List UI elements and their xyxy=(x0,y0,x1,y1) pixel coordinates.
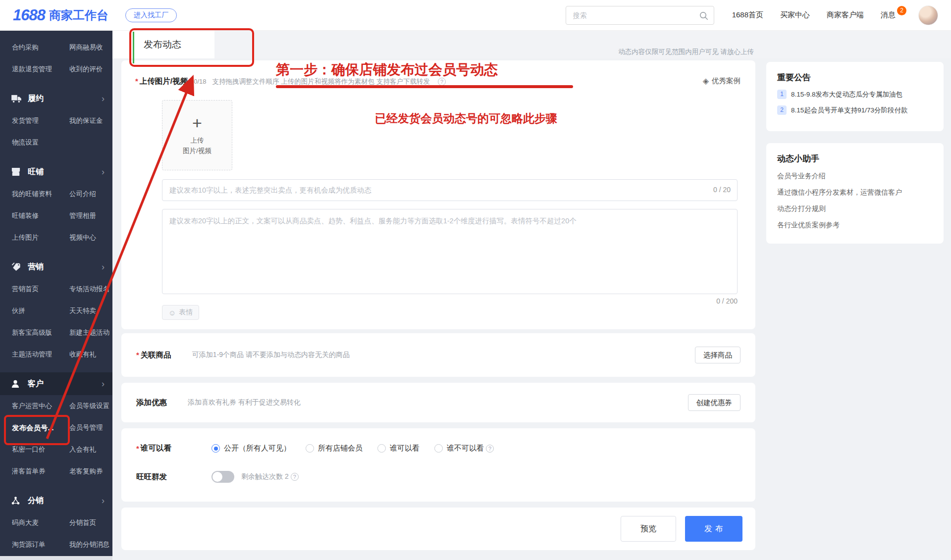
top-header: 1688 商家工作台 进入找工厂 1688首页 买家中心 商家客户端 消息 2 xyxy=(0,0,951,31)
search-icon[interactable] xyxy=(699,11,708,22)
related-products-hint: 可添加1-9个商品 请不要添加与动态内容无关的商品 xyxy=(192,351,350,359)
sidebar-row: 客户运营中心 会员等级设置 xyxy=(0,395,112,417)
sidebar-item-company-intro[interactable]: 公司介绍 xyxy=(69,190,112,199)
sidebar-item-shipping-management[interactable]: 发货管理 xyxy=(12,116,69,125)
sidebar-item-marketing-home[interactable]: 营销首页 xyxy=(12,285,69,294)
broadcast-row: 旺旺群发 剩余触达次数 2? xyxy=(136,471,299,483)
announcement-text: 8.15-9.8发布大促动态瓜分专属加油包 xyxy=(791,90,902,99)
assistant-link-member-intro[interactable]: 会员号业务介绍 xyxy=(777,172,933,181)
nav-messages[interactable]: 消息 2 xyxy=(881,10,896,20)
sidebar-item-taohuoyuan-orders[interactable]: 淘货源订单 xyxy=(12,540,69,549)
sidebar-item-logistics-settings[interactable]: 物流设置 xyxy=(12,138,69,147)
sidebar-section-distribution[interactable]: 分销 › xyxy=(0,489,112,512)
preview-button[interactable]: 预览 xyxy=(621,516,676,542)
sidebar-item-received-reviews[interactable]: 收到的评价 xyxy=(69,65,112,74)
sidebar-item-wangshang-finance[interactable]: 网商融易收 xyxy=(69,43,112,52)
publish-button[interactable]: 发布 xyxy=(685,516,742,542)
sidebar-scrollbar[interactable] xyxy=(0,556,112,560)
sidebar-section-customers[interactable]: 客户 › xyxy=(0,372,112,395)
logo-1688[interactable]: 1688 xyxy=(13,6,45,24)
sidebar-item-repeat-customer-coupon[interactable]: 老客复购券 xyxy=(69,467,112,476)
upload-hint: 支持拖拽调整文件顺序 上传的图片和视频将作为素材包 支持客户下载转发 xyxy=(212,77,430,86)
sidebar-item-my-distribution-messages[interactable]: 我的分销消息 xyxy=(69,540,112,549)
sidebar-item-upload-images[interactable]: 上传图片 xyxy=(12,233,69,242)
sidebar-item-my-deposit[interactable]: 我的保证金 xyxy=(69,116,112,125)
sidebar-row: 营销首页 专场活动报名 xyxy=(0,278,112,300)
sidebar-item-album-management[interactable]: 管理相册 xyxy=(69,211,112,220)
add-coupon-hint: 添加喜欢有礼券 有利于促进交易转化 xyxy=(188,398,301,407)
sidebar-item-shop-decoration[interactable]: 旺铺装修 xyxy=(12,211,69,220)
sidebar-row: 发货管理 我的保证金 xyxy=(0,110,112,132)
sidebar-item-private-price[interactable]: 私密一口价 xyxy=(12,445,69,454)
page-title: 发布动态 xyxy=(144,38,181,51)
chevron-right-icon: › xyxy=(102,94,105,104)
network-icon xyxy=(11,496,22,505)
radio-all-shop-members[interactable]: 所有店铺会员 xyxy=(306,444,363,453)
help-icon[interactable]: ? xyxy=(438,78,446,86)
nav-merchant-client[interactable]: 商家客户端 xyxy=(827,10,864,20)
main-content: 发布动态 动态内容仅限可见范围内用户可见 请放心上传 *上传图片/视频 0/18… xyxy=(112,31,951,560)
title-char-counter: 0 / 20 xyxy=(713,186,731,194)
sidebar-item-member-account-management[interactable]: 会员号管理 xyxy=(69,423,112,432)
sidebar-item-customer-operation-center[interactable]: 客户运营中心 xyxy=(12,402,69,410)
create-coupon-button[interactable]: 创建优惠券 xyxy=(688,394,741,411)
sidebar-item-huopin[interactable]: 伙拼 xyxy=(12,306,69,315)
visibility-label: *谁可以看 xyxy=(136,443,211,454)
sidebar-row: 物流设置 xyxy=(0,132,112,153)
announcement-item[interactable]: 1 8.15-9.8发布大促动态瓜分专属加油包 xyxy=(777,90,933,99)
radio-label: 所有店铺会员 xyxy=(318,444,363,453)
help-icon[interactable]: ? xyxy=(291,473,299,481)
assistant-link-industry-cases[interactable]: 各行业优质案例参考 xyxy=(777,221,933,230)
excellent-cases-link[interactable]: ◈ 优秀案例 xyxy=(703,76,740,86)
radio-label: 公开（所有人可见） xyxy=(224,444,291,453)
sidebar-item-join-gift[interactable]: 入会有礼 xyxy=(69,445,112,454)
sidebar-item-xinkebao-premium[interactable]: 新客宝高级版 xyxy=(12,328,69,337)
assistant-link-wechat-distribute[interactable]: 通过微信小程序分发素材，运营微信客户 xyxy=(777,188,933,197)
sidebar-row: 码商大麦 分销首页 xyxy=(0,512,112,534)
sidebar-item-member-level-settings[interactable]: 会员等级设置 xyxy=(69,402,112,410)
nav-1688-home[interactable]: 1688首页 xyxy=(732,10,763,20)
search-input[interactable] xyxy=(566,6,714,25)
wangwang-broadcast-toggle[interactable] xyxy=(211,471,234,483)
message-count-badge: 2 xyxy=(897,6,906,15)
sidebar-row: 主题活动管理 收藏有礼 xyxy=(0,344,112,365)
sidebar-row: 上传图片 视频中心 xyxy=(0,227,112,249)
sidebar-row: 旺铺装修 管理相册 xyxy=(0,205,112,227)
sidebar-item-daily-deals[interactable]: 天天特卖 xyxy=(69,306,112,315)
assistant-panel: 动态小助手 会员号业务介绍 通过微信小程序分发素材，运营微信客户 动态分打分规则… xyxy=(766,143,944,244)
sidebar-item-mashang-damai[interactable]: 码商大麦 xyxy=(12,518,69,527)
sidebar-item-refund-management[interactable]: 退款退货管理 xyxy=(12,65,69,74)
radio-public[interactable]: 公开（所有人可见） xyxy=(211,444,291,453)
nav-buyer-center[interactable]: 买家中心 xyxy=(780,10,810,20)
sidebar-section-label: 旺铺 xyxy=(28,167,44,177)
radio-who-can-see[interactable]: 谁可以看 xyxy=(377,444,420,453)
sidebar-item-prospect-first-order-coupon[interactable]: 潜客首单券 xyxy=(12,467,69,476)
chevron-right-icon: › xyxy=(102,262,105,272)
sidebar-item-new-theme-activity[interactable]: 新建主题活动 xyxy=(69,328,112,337)
sidebar-item-contract-purchase[interactable]: 合约采购 xyxy=(12,43,69,52)
assistant-link-scoring-rules[interactable]: 动态分打分规则 xyxy=(777,204,933,213)
smiley-icon: ☺ xyxy=(168,308,176,317)
sidebar-item-video-center[interactable]: 视频中心 xyxy=(69,233,112,242)
enter-factory-button[interactable]: 进入找工厂 xyxy=(125,8,177,22)
announcement-item[interactable]: 2 8.15起会员号开单支持91/73分阶段付款 xyxy=(777,105,933,115)
sidebar-section-fulfillment[interactable]: 履约 › xyxy=(0,87,112,110)
radio-who-cannot-see[interactable]: 谁不可以看 ? xyxy=(434,444,494,453)
sidebar-item-my-shop-profile[interactable]: 我的旺铺资料 xyxy=(12,190,69,199)
sidebar-item-favorite-gift[interactable]: 收藏有礼 xyxy=(69,350,112,359)
upload-media-button[interactable]: + 上传图片/视频 xyxy=(162,100,232,170)
help-icon[interactable]: ? xyxy=(486,445,494,453)
sidebar-item-publish-member-post[interactable]: 发布会员号... xyxy=(12,423,69,433)
sidebar-item-theme-activity-management[interactable]: 主题活动管理 xyxy=(12,350,69,359)
sidebar-item-event-signup[interactable]: 专场活动报名 xyxy=(69,285,112,294)
logo-workbench-label[interactable]: 商家工作台 xyxy=(49,7,108,23)
sidebar-section-shop[interactable]: 旺铺 › xyxy=(0,160,112,183)
avatar[interactable] xyxy=(918,5,938,25)
emoji-button[interactable]: ☺ 表情 xyxy=(162,305,199,320)
plus-icon: + xyxy=(192,114,202,131)
post-content-textarea[interactable] xyxy=(162,209,738,294)
select-products-button[interactable]: 选择商品 xyxy=(695,347,740,363)
sidebar-item-distribution-home[interactable]: 分销首页 xyxy=(69,518,112,527)
post-title-input[interactable] xyxy=(162,179,738,201)
sidebar-section-marketing[interactable]: 营销 › xyxy=(0,255,112,278)
